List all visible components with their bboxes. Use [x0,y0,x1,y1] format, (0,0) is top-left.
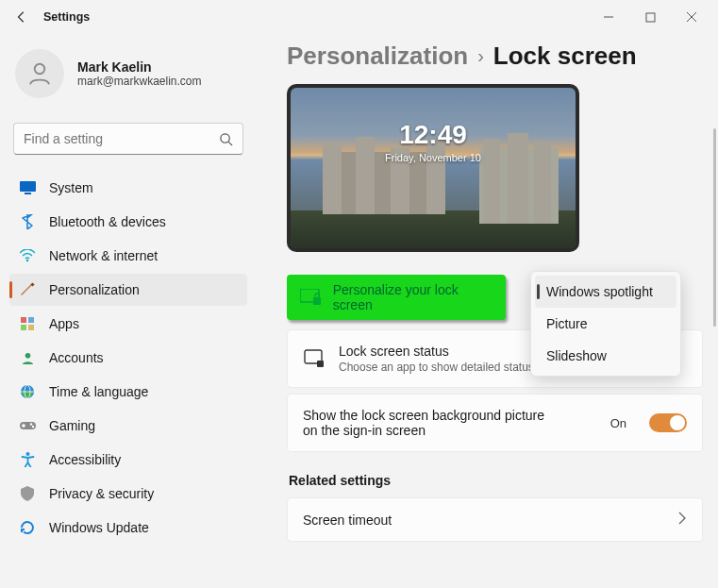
svg-point-3 [221,133,229,142]
related-settings-header: Related settings [289,473,703,488]
toggle-state-label: On [610,416,626,430]
nav-item-network[interactable]: Network & internet [9,240,247,272]
maximize-button[interactable] [629,3,671,31]
show-bg-toggle[interactable] [649,413,687,432]
nav-label: Time & language [49,384,148,399]
scrollbar[interactable] [713,128,716,327]
svg-rect-5 [20,181,36,192]
svg-rect-9 [21,317,26,323]
nav-label: Windows Update [49,520,149,535]
time-icon [19,383,36,400]
system-icon [19,179,36,196]
nav-item-gaming[interactable]: Gaming [9,410,247,442]
dropdown-option-slideshow[interactable]: Slideshow [535,340,676,372]
svg-point-20 [25,452,29,456]
nav-label: Privacy & security [49,486,154,501]
bluetooth-icon [19,213,36,230]
lock-screen-icon [300,286,322,309]
svg-rect-10 [28,317,34,323]
nav-label: Bluetooth & devices [49,214,166,229]
titlebar: Settings [0,0,718,34]
personalize-lock-screen-button[interactable]: Personalize your lock screen [287,275,506,320]
dropdown-option-picture[interactable]: Picture [535,308,676,340]
nav-item-privacy[interactable]: Privacy & security [9,478,247,510]
shield-icon [19,485,36,502]
screen-timeout-link[interactable]: Screen timeout [287,497,703,542]
sidebar: Mark Kaelin mark@markwkaelin.com System … [0,34,255,588]
preview-date: Friday, November 10 [291,152,576,163]
window-title: Settings [43,10,90,24]
svg-point-7 [26,260,29,262]
user-icon [25,59,54,88]
minimize-icon [603,11,614,23]
card-title: Screen timeout [303,512,664,528]
window-controls [588,3,712,31]
nav-item-update[interactable]: Windows Update [9,512,247,544]
gaming-icon [19,417,36,434]
nav-item-accessibility[interactable]: Accessibility [9,444,247,476]
show-bg-on-signin-card: Show the lock screen background picture … [287,394,703,452]
search-box[interactable] [13,123,243,155]
card-title: Show the lock screen background picture … [303,408,558,438]
dropdown-option-spotlight[interactable]: Windows spotlight [535,276,676,308]
svg-rect-22 [313,297,321,305]
chevron-right-icon [677,512,687,528]
svg-rect-1 [646,13,655,22]
svg-rect-12 [28,325,34,330]
breadcrumb-parent[interactable]: Personalization [287,42,468,71]
close-icon [686,11,697,23]
personalization-icon [19,281,36,298]
svg-point-18 [29,423,31,425]
status-app-icon [303,347,326,370]
svg-rect-11 [21,325,26,330]
nav-item-apps[interactable]: Apps [9,308,247,340]
breadcrumb: Personalization › Lock screen [287,42,703,71]
back-button[interactable] [6,2,38,32]
svg-rect-6 [25,193,31,194]
update-icon [19,519,36,536]
nav-item-bluetooth[interactable]: Bluetooth & devices [9,206,247,238]
nav-label: Gaming [49,418,95,433]
close-button[interactable] [671,3,712,31]
profile-block[interactable]: Mark Kaelin mark@markwkaelin.com [9,42,247,115]
nav-label: System [49,180,93,195]
nav-item-time[interactable]: Time & language [9,376,247,408]
nav-label: Accessibility [49,452,121,467]
arrow-left-icon [15,10,28,24]
lock-screen-preview: 12:49 Friday, November 10 [287,84,579,252]
page-title: Lock screen [493,42,637,71]
nav-label: Network & internet [49,248,158,263]
search-input[interactable] [24,131,219,146]
profile-email: mark@markwkaelin.com [77,75,202,88]
svg-point-19 [31,426,33,428]
nav-list: System Bluetooth & devices Network & int… [9,172,247,544]
svg-point-2 [35,64,45,75]
nav-label: Accounts [49,350,104,365]
content-area: Personalization › Lock screen 12:49 Frid… [255,34,718,588]
nav-item-system[interactable]: System [9,172,247,204]
maximize-icon [645,12,656,23]
nav-label: Apps [49,316,79,331]
accessibility-icon [19,451,36,468]
search-icon [219,132,233,146]
apps-icon [19,315,36,332]
hero-label: Personalize your lock screen [333,282,493,312]
minimize-button[interactable] [588,3,629,31]
svg-rect-24 [317,361,324,367]
preview-time: 12:49 [291,120,576,150]
chevron-right-icon: › [477,45,484,67]
svg-point-13 [25,352,30,358]
svg-line-4 [228,142,232,145]
lock-screen-mode-dropdown: Windows spotlight Picture Slideshow [530,271,681,377]
accounts-icon [19,349,36,366]
network-icon [19,247,36,264]
avatar [15,49,64,98]
nav-item-personalization[interactable]: Personalization [9,274,247,306]
nav-item-accounts[interactable]: Accounts [9,342,247,374]
nav-label: Personalization [49,282,140,297]
profile-name: Mark Kaelin [77,59,202,75]
